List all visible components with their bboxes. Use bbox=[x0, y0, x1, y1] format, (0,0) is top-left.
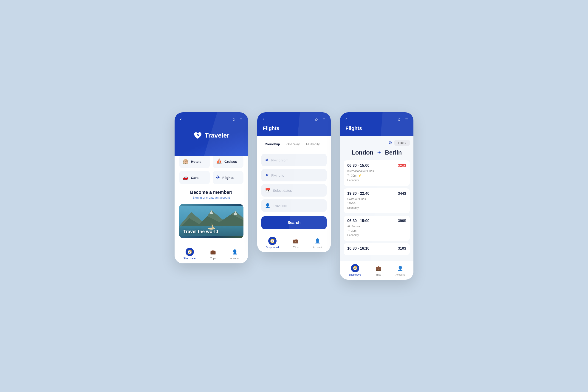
back-icon[interactable]: ‹ bbox=[180, 116, 182, 122]
menu-item-flights[interactable]: ✈ Flights bbox=[213, 171, 244, 184]
screen1-phone: ‹ ⌕ ≡ Traveler 🏨 Hotels bbox=[174, 112, 248, 264]
flights-icon: ✈ bbox=[216, 174, 220, 180]
header-diagonal-2 bbox=[287, 112, 331, 252]
become-member-title: Become a member! bbox=[179, 190, 244, 195]
flight-class-0: Economy bbox=[347, 179, 359, 182]
trips-label: Trips bbox=[210, 257, 216, 260]
nav-account[interactable]: 👤 Account bbox=[230, 248, 239, 260]
flight-class-1: Economy bbox=[347, 206, 359, 210]
compass-icon: 🧭 bbox=[186, 248, 194, 256]
screen1-bottom-nav: 🧭 Shop travel 💼 Trips 👤 Account bbox=[174, 245, 248, 264]
back-icon-3[interactable]: ‹ bbox=[346, 116, 347, 122]
nav-shop-travel-3[interactable]: 🧭 Shop travel bbox=[349, 264, 362, 276]
cruises-label: Cruises bbox=[224, 160, 237, 164]
nav-trips[interactable]: 💼 Trips bbox=[209, 248, 217, 260]
flight-airline-2: Air France bbox=[347, 225, 360, 228]
logo-heart-icon bbox=[193, 131, 202, 140]
become-member-section: Become a member! Sign in or create an ac… bbox=[179, 190, 244, 199]
back-icon-2[interactable]: ‹ bbox=[263, 116, 264, 122]
signin-link[interactable]: Sign in or create an account bbox=[179, 196, 244, 199]
flying-to-icon: ✈ bbox=[264, 172, 270, 178]
nav-shop-travel-2[interactable]: 🧭 Shop travel bbox=[266, 237, 279, 249]
flight-time-3: 10:30 - 16:10 bbox=[347, 246, 369, 250]
cars-label: Cars bbox=[191, 176, 198, 180]
flying-from-text: Flying from bbox=[271, 158, 288, 162]
trips-icon: 💼 bbox=[209, 248, 217, 256]
menu-item-hotels[interactable]: 🏨 Hotels bbox=[179, 155, 210, 168]
screen1-body: 🏨 Hotels ⛵ Cruises 🚗 Cars ✈ Flights Beco… bbox=[174, 149, 248, 245]
flight-duration-2: 7h 30m bbox=[347, 229, 356, 232]
screen2-header: ‹ ⌕ ≡ Flights bbox=[257, 112, 331, 136]
compass-icon-3: 🧭 bbox=[351, 264, 359, 272]
travelers-icon: 👤 bbox=[265, 203, 270, 208]
flight-airline-1: Swiss Air Lines bbox=[347, 198, 366, 201]
flight-class-2: Economy bbox=[347, 234, 359, 237]
flight-time-2: 06:30 - 15:00 bbox=[347, 219, 369, 223]
menu-grid: 🏨 Hotels ⛵ Cruises 🚗 Cars ✈ Flights bbox=[179, 155, 244, 184]
compass-icon-2: 🧭 bbox=[268, 237, 276, 245]
tabs-row: Roundtrip One Way Multy-city bbox=[262, 140, 326, 148]
select-dates-text: Select dates bbox=[273, 188, 292, 192]
shop-travel-label: Shop travel bbox=[183, 257, 196, 260]
menu-item-cruises[interactable]: ⛵ Cruises bbox=[213, 155, 244, 168]
screen2-phone: ‹ ⌕ ≡ Flights Roundtrip One Way Multy-ci… bbox=[257, 112, 331, 252]
tab-multicity[interactable]: Multy-city bbox=[303, 140, 323, 148]
flight-duration-1: 12h10m bbox=[347, 202, 357, 205]
flying-to-text: Flying to bbox=[271, 174, 284, 177]
screen2-title: Flights bbox=[263, 126, 279, 131]
tab-roundtrip[interactable]: Roundtrip bbox=[262, 140, 283, 148]
travel-text-overlay: Travel the world bbox=[183, 229, 218, 234]
screen1-header: ‹ ⌕ ≡ Traveler bbox=[174, 112, 248, 156]
cars-icon: 🚗 bbox=[182, 174, 188, 180]
shop-travel-label-3: Shop travel bbox=[349, 273, 362, 276]
flight-airline-0: International Air Lines bbox=[347, 170, 374, 173]
tab-oneway[interactable]: One Way bbox=[283, 140, 303, 148]
nav-shop-travel[interactable]: 🧭 Shop travel bbox=[183, 248, 196, 260]
flight-time-0: 06:30 - 15:00 bbox=[347, 164, 369, 168]
calendar-icon: 📅 bbox=[265, 188, 270, 193]
screen3-header: ‹ ⌕ ≡ Flights bbox=[340, 112, 414, 136]
screen3-phone: ‹ ⌕ ≡ Flights ⚙ Filters London ✈ Berlin bbox=[340, 112, 414, 280]
lightning-icon-0: ⚡ bbox=[358, 174, 362, 178]
hotels-label: Hotels bbox=[191, 160, 202, 164]
screens-container: ‹ ⌕ ≡ Traveler 🏨 Hotels bbox=[174, 112, 414, 280]
account-icon: 👤 bbox=[230, 248, 239, 256]
hotels-icon: 🏨 bbox=[182, 158, 188, 164]
flight-duration-0: 7h 30m bbox=[347, 174, 356, 178]
route-from: London bbox=[352, 149, 374, 156]
screen3-title: Flights bbox=[346, 126, 362, 131]
account-label: Account bbox=[230, 257, 239, 260]
cruises-icon: ⛵ bbox=[216, 158, 222, 164]
flight-time-1: 19:30 - 22:40 bbox=[347, 192, 369, 196]
flying-from-icon: ✈ bbox=[264, 157, 270, 163]
flights-label: Flights bbox=[222, 176, 234, 180]
travelers-text: Travalers bbox=[273, 204, 287, 208]
travel-image: Travel the world bbox=[179, 204, 244, 238]
menu-item-cars[interactable]: 🚗 Cars bbox=[179, 171, 210, 184]
shop-travel-label-2: Shop travel bbox=[266, 246, 279, 249]
